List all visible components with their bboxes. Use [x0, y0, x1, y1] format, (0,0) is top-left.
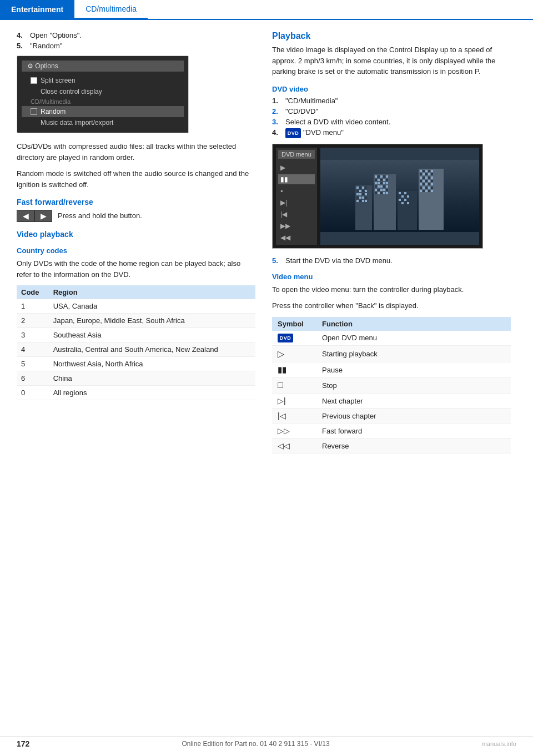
country-region-cell: Japan, Europe, Middle East, South Africa — [49, 314, 255, 328]
dvd-btn-prev: |◀ — [278, 209, 315, 219]
step-4-num: 4. — [17, 31, 27, 39]
option-split-screen: Split screen — [22, 75, 184, 86]
dvd-step-num: 1. — [272, 97, 282, 105]
country-region-cell: Southeast Asia — [49, 328, 255, 342]
random-checkbox-icon — [31, 108, 37, 115]
video-playback-heading: Video playback — [17, 230, 255, 239]
dvd-step-text: "CD/Multimedia" — [285, 97, 511, 105]
country-codes-table: Code Region 1USA, Canada2Japan, Europe, … — [17, 285, 255, 400]
country-code-cell: 6 — [17, 371, 49, 386]
vm-function-cell: Previous chapter — [316, 409, 511, 424]
close-control-label: Close control display — [41, 88, 102, 95]
random-label: Random — [41, 108, 66, 115]
building-visual — [320, 160, 479, 232]
video-menu-table: Symbol Function DVDOpen DVD menu▷Startin… — [272, 317, 511, 454]
vm-symbol-cell: ▷▷ — [272, 424, 316, 439]
vm-function-cell: Reverse — [316, 439, 511, 453]
vm-function-cell: Open DVD menu — [316, 331, 511, 346]
vm-symbol-cell: |◁ — [272, 409, 316, 424]
dvd-step-num: 2. — [272, 107, 282, 115]
watermark: manuals.info — [482, 740, 516, 747]
vm-symbol-cell: DVD — [272, 331, 316, 346]
country-region-cell: China — [49, 371, 255, 386]
vm-table-row: □Stop — [272, 377, 511, 394]
ff-body-text: Press and hold the button. — [58, 210, 142, 221]
option-close-control: Close control display — [22, 86, 184, 97]
country-code-cell: 3 — [17, 328, 49, 342]
top-nav: Entertainment CD/multimedia — [0, 0, 533, 20]
country-table-row: 3Southeast Asia — [17, 328, 255, 342]
country-table-row: 4Australia, Central and South America, N… — [17, 342, 255, 357]
left-column: 4. Open "Options". 5. "Random" ⚙ Options… — [17, 31, 255, 453]
vm-symbol-cell: ▷ — [272, 346, 316, 362]
music-import-label: Music data import/export — [41, 119, 113, 127]
step-5: 5. "Random" — [17, 42, 255, 50]
dvd-step-num: 3. — [272, 118, 282, 126]
dvd-btn-ff: ▶▶ — [278, 221, 315, 231]
country-region-cell: Australia, Central and South America, Ne… — [49, 342, 255, 357]
country-table-row: 2Japan, Europe, Middle East, South Afric… — [17, 314, 255, 328]
vm-symbol-cell: ▷| — [272, 394, 316, 409]
vm-symbol-cell: ◁◁ — [272, 439, 316, 453]
building-4 — [419, 169, 444, 230]
ff-row: ◀ ▶ Press and hold the button. — [17, 210, 255, 222]
vm-table-row: ▮▮Pause — [272, 362, 511, 377]
country-codes-body: Only DVDs with the code of the home regi… — [17, 258, 255, 280]
playback-heading: Playback — [272, 31, 511, 41]
dvd-menu-video — [320, 148, 479, 245]
forward-button[interactable]: ▶ — [34, 210, 52, 222]
split-screen-checkbox-icon — [31, 77, 37, 84]
rewind-button[interactable]: ◀ — [17, 210, 34, 222]
video-menu-body1: To open the video menu: turn the control… — [272, 284, 511, 295]
dvd-step-num: 4. — [272, 128, 282, 138]
dvd-menu-sidebar: DVD menu ▶ ▮▮ ▪ ▶| |◀ ▶▶ ◀◀ — [276, 148, 317, 245]
building-1 — [355, 185, 372, 230]
step-5-dvd-text: Start the DVD via the DVD menu. — [285, 256, 511, 265]
page-footer: 172 Online Edition for Part no. 01 40 2 … — [0, 737, 533, 750]
vm-function-cell: Fast forward — [316, 424, 511, 439]
step-5-text: "Random" — [30, 42, 255, 50]
building-2 — [374, 174, 396, 230]
dvd-step-1: 1."CD/Multimedia" — [272, 97, 511, 105]
vm-symbol-cell: □ — [272, 377, 316, 394]
option-music-import: Music data import/export — [22, 117, 184, 128]
nav-cdmultimedia-tab[interactable]: CD/multimedia — [74, 0, 148, 19]
vm-symbol-cell: ▮▮ — [272, 362, 316, 377]
dvd-step-3: 3.Select a DVD with video content. — [272, 118, 511, 126]
dvd-btn-stop: ▪ — [278, 186, 315, 196]
country-code-cell: 0 — [17, 386, 49, 400]
dvd-step-text: Select a DVD with video content. — [285, 118, 511, 126]
vm-col-function: Function — [316, 317, 511, 331]
page-number: 172 — [17, 739, 29, 748]
dvd-steps: 1."CD/Multimedia"2."CD/DVD"3.Select a DV… — [272, 97, 511, 138]
dvd-step-4: 4.DVD"DVD menu" — [272, 128, 511, 138]
building-3 — [398, 191, 417, 230]
playback-body: The video image is displayed on the Cont… — [272, 44, 511, 77]
vm-function-cell: Pause — [316, 362, 511, 377]
country-codes-heading: Country codes — [17, 246, 255, 255]
copyright-text: Online Edition for Part no. 01 40 2 911 … — [182, 740, 329, 748]
option-random: Random — [22, 106, 184, 117]
country-region-cell: USA, Canada — [49, 299, 255, 314]
country-region-cell: Northwest Asia, North Africa — [49, 357, 255, 371]
col-code: Code — [17, 285, 49, 299]
nav-entertainment-tab[interactable]: Entertainment — [0, 0, 74, 19]
dvd-btn-pause: ▮▮ — [278, 174, 315, 184]
vm-function-cell: Next chapter — [316, 394, 511, 409]
vm-table-row: DVDOpen DVD menu — [272, 331, 511, 346]
vm-table-row: ◁◁Reverse — [272, 439, 511, 453]
video-menu-body2: Press the controller when "Back" is disp… — [272, 300, 511, 311]
random-body1: CDs/DVDs with compressed audio files: al… — [17, 141, 255, 163]
dvd-video-heading: DVD video — [272, 85, 511, 93]
split-screen-label: Split screen — [41, 77, 76, 84]
step-5-dvd-num: 5. — [272, 256, 282, 265]
country-code-cell: 4 — [17, 342, 49, 357]
cd-multimedia-section: CD/Multimedia — [22, 97, 184, 106]
ff-heading: Fast forward/reverse — [17, 198, 255, 206]
step-4: 4. Open "Options". — [17, 31, 255, 39]
dvd-btn-play: ▶ — [278, 163, 315, 173]
country-table-row: 6China — [17, 371, 255, 386]
vm-table-row: ▷Starting playback — [272, 346, 511, 362]
country-code-cell: 5 — [17, 357, 49, 371]
vm-table-row: |◁Previous chapter — [272, 409, 511, 424]
